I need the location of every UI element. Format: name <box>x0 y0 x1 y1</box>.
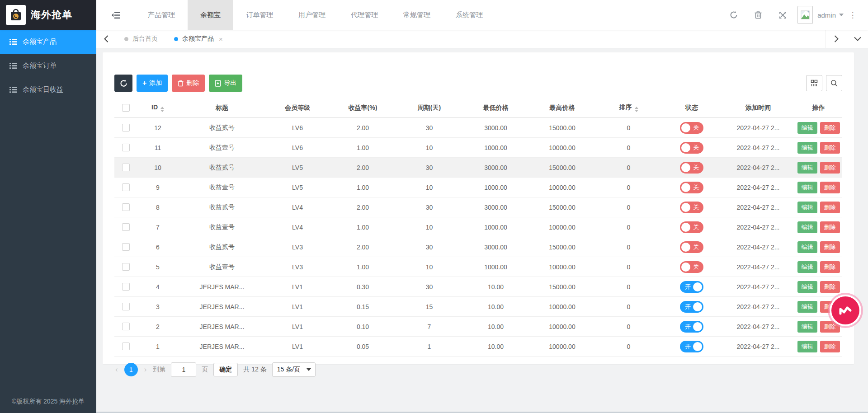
select-all-checkbox[interactable] <box>122 104 130 112</box>
avatar[interactable] <box>797 6 813 24</box>
row-checkbox[interactable] <box>122 303 130 310</box>
fullscreen-icon[interactable] <box>770 0 795 30</box>
user-menu[interactable]: admin <box>817 11 844 19</box>
row-checkbox[interactable] <box>122 323 130 330</box>
row-checkbox[interactable] <box>122 124 130 131</box>
row-checkbox[interactable] <box>122 164 130 171</box>
row-checkbox[interactable] <box>122 203 130 211</box>
sidebar-item[interactable]: 余额宝日收益 <box>0 78 96 102</box>
column-header[interactable]: ID <box>137 98 179 118</box>
row-checkbox[interactable] <box>122 144 130 151</box>
cell-id: 6 <box>137 237 179 257</box>
export-button-label: 导出 <box>224 79 236 87</box>
page-size-select[interactable]: 15 条/页 <box>272 362 316 377</box>
row-delete-button[interactable]: 删除 <box>820 281 840 293</box>
trash-icon[interactable] <box>746 0 770 30</box>
row-checkbox[interactable] <box>122 183 130 191</box>
edit-button[interactable]: 编辑 <box>797 241 817 253</box>
status-toggle[interactable]: 开 <box>680 281 703 293</box>
next-page-icon[interactable]: › <box>143 365 148 374</box>
search-icon[interactable] <box>826 75 842 91</box>
page-number[interactable]: 1 <box>124 363 138 376</box>
floating-chat-button[interactable] <box>831 296 859 324</box>
status-toggle[interactable]: 关 <box>680 182 703 193</box>
goto-page-input[interactable] <box>171 362 196 377</box>
delete-button[interactable]: 删除 <box>172 75 205 92</box>
status-toggle[interactable]: 开 <box>680 301 703 313</box>
status-toggle[interactable]: 开 <box>680 321 703 333</box>
confirm-button[interactable]: 确定 <box>213 363 238 376</box>
nav-item[interactable]: 订单管理 <box>233 0 286 30</box>
edit-button[interactable]: 编辑 <box>797 341 817 352</box>
edit-button[interactable]: 编辑 <box>797 162 817 174</box>
row-delete-button[interactable]: 删除 <box>820 122 840 134</box>
nav-item[interactable]: 常规管理 <box>391 0 443 30</box>
row-checkbox[interactable] <box>122 283 130 291</box>
edit-button[interactable]: 编辑 <box>797 221 817 233</box>
tab-scroll-right-icon[interactable] <box>826 30 847 48</box>
refresh-button[interactable] <box>114 75 132 92</box>
refresh-icon[interactable] <box>722 0 746 30</box>
row-delete-button[interactable]: 删除 <box>820 321 840 333</box>
row-checkbox[interactable] <box>122 343 130 350</box>
cell-actions: 编辑删除 <box>795 237 842 257</box>
nav-item[interactable]: 产品管理 <box>135 0 188 30</box>
row-delete-button[interactable]: 删除 <box>820 261 840 273</box>
row-delete-button[interactable]: 删除 <box>820 202 840 213</box>
status-toggle[interactable]: 关 <box>680 221 703 233</box>
row-delete-button[interactable]: 删除 <box>820 182 840 193</box>
nav-item[interactable]: 用户管理 <box>286 0 338 30</box>
column-header: 周期(天) <box>396 98 462 118</box>
tab[interactable]: 余额宝产品× <box>166 30 231 48</box>
row-delete-button[interactable]: 删除 <box>820 341 840 352</box>
row-delete-button[interactable]: 删除 <box>820 241 840 253</box>
edit-button[interactable]: 编辑 <box>797 182 817 193</box>
tab[interactable]: 后台首页 <box>116 30 166 48</box>
sidebar-item[interactable]: 余额宝产品 <box>0 30 96 54</box>
cell-min_price: 3000.00 <box>462 197 529 217</box>
edit-button[interactable]: 编辑 <box>797 301 817 313</box>
status-toggle[interactable]: 关 <box>680 241 703 253</box>
prev-page-icon[interactable]: ‹ <box>114 365 119 374</box>
column-header[interactable]: 排序 <box>595 98 662 118</box>
row-checkbox[interactable] <box>122 243 130 251</box>
row-delete-button[interactable]: 删除 <box>820 221 840 233</box>
table-row: 5收益壹号LV31.00101000.0010000.000关2022-04-2… <box>114 257 842 277</box>
row-delete-button[interactable]: 删除 <box>820 142 840 154</box>
export-button[interactable]: 导出 <box>209 75 242 92</box>
edit-button[interactable]: 编辑 <box>797 261 817 273</box>
row-checkbox[interactable] <box>122 223 130 231</box>
status-toggle[interactable]: 关 <box>680 142 703 154</box>
edit-button[interactable]: 编辑 <box>797 281 817 293</box>
tab-menu-icon[interactable] <box>847 30 868 48</box>
status-toggle[interactable]: 关 <box>680 162 703 174</box>
edit-button[interactable]: 编辑 <box>797 321 817 333</box>
sort-icon[interactable] <box>635 107 638 112</box>
nav-item[interactable]: 代理管理 <box>338 0 391 30</box>
nav-item[interactable]: 系统管理 <box>443 0 495 30</box>
cell-title: JERJES MAR... <box>179 317 265 337</box>
add-button[interactable]: + 添加 <box>137 75 168 92</box>
row-checkbox[interactable] <box>122 263 130 271</box>
cell-max_price: 15000.00 <box>529 158 595 178</box>
edit-button[interactable]: 编辑 <box>797 122 817 134</box>
edit-button[interactable]: 编辑 <box>797 142 817 154</box>
tab-scroll-left-icon[interactable] <box>96 30 116 48</box>
status-toggle[interactable]: 开 <box>680 341 703 352</box>
menu-fold-icon[interactable] <box>96 0 135 30</box>
status-toggle[interactable]: 关 <box>680 261 703 273</box>
columns-icon[interactable] <box>806 75 822 91</box>
nav-item[interactable]: 余额宝 <box>188 0 233 30</box>
edit-button[interactable]: 编辑 <box>797 202 817 213</box>
table-row: 7收益壹号LV41.00101000.0010000.000关2022-04-2… <box>114 217 842 237</box>
sort-icon[interactable] <box>160 107 164 112</box>
close-icon[interactable]: × <box>219 35 223 43</box>
column-header: 操作 <box>795 98 842 118</box>
status-toggle[interactable]: 关 <box>680 202 703 213</box>
row-delete-button[interactable]: 删除 <box>820 162 840 174</box>
sidebar-item[interactable]: 余额宝订单 <box>0 54 96 78</box>
brand-logo-icon <box>6 5 26 25</box>
status-toggle[interactable]: 关 <box>680 122 703 134</box>
cell-time: 2022-04-27 2... <box>722 118 795 138</box>
more-options-icon[interactable]: ⋮ <box>844 0 862 30</box>
